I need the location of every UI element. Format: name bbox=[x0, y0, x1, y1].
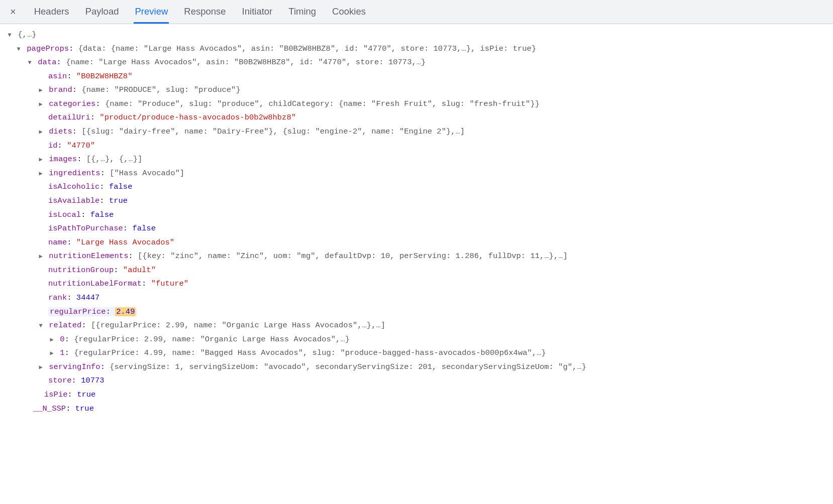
tree-row[interactable]: pageProps: {data: {name: "Large Hass Avo… bbox=[6, 42, 827, 56]
json-key: diets bbox=[49, 127, 72, 136]
json-value-highlighted: 2.49 bbox=[115, 307, 136, 316]
tree-row[interactable]: regularPrice: 2.49 bbox=[6, 305, 827, 319]
tree-row[interactable]: isLocal: false bbox=[6, 208, 827, 222]
tree-row[interactable]: rank: 34447 bbox=[6, 291, 827, 305]
json-key: related bbox=[49, 321, 81, 330]
disclosure-triangle-icon[interactable] bbox=[37, 99, 44, 110]
tab-payload[interactable]: Payload bbox=[84, 3, 120, 24]
json-key: store bbox=[48, 376, 72, 385]
tree-row[interactable]: 1: {regularPrice: 4.99, name: "Bagged Ha… bbox=[6, 346, 827, 360]
json-value: 34447 bbox=[76, 293, 100, 302]
tree-row[interactable]: isPathToPurchase: false bbox=[6, 222, 827, 236]
tab-cookies[interactable]: Cookies bbox=[331, 3, 367, 24]
close-icon[interactable]: × bbox=[7, 4, 19, 23]
tree-row[interactable]: name: "Large Hass Avocados" bbox=[6, 236, 827, 250]
json-preview: {name: "Large Hass Avocados", asin: "B0B… bbox=[66, 58, 426, 67]
tree-row[interactable]: __N_SSP: true bbox=[6, 402, 827, 416]
tree-row[interactable]: images: [{,…}, {,…}] bbox=[6, 153, 827, 167]
tree-row[interactable]: store: 10773 bbox=[6, 374, 827, 388]
json-value: true bbox=[77, 390, 95, 399]
disclosure-triangle-icon[interactable] bbox=[37, 127, 44, 138]
json-preview: {name: "Produce", slug: "produce", child… bbox=[105, 99, 540, 108]
json-key: nutritionElements bbox=[49, 251, 128, 261]
disclosure-triangle-icon[interactable] bbox=[37, 169, 44, 179]
json-key: isPathToPurchase bbox=[48, 224, 123, 233]
json-key: brand bbox=[49, 85, 72, 94]
json-preview: {name: "PRODUCE", slug: "produce"} bbox=[81, 85, 240, 94]
json-key: images bbox=[49, 155, 77, 164]
tab-initiator[interactable]: Initiator bbox=[241, 3, 274, 24]
tree-row[interactable]: data: {name: "Large Hass Avocados", asin… bbox=[6, 56, 827, 70]
disclosure-triangle-icon[interactable] bbox=[37, 85, 44, 96]
json-key: pageProps bbox=[27, 44, 69, 53]
json-value: false bbox=[109, 182, 133, 191]
json-value: true bbox=[109, 196, 128, 205]
tree-row[interactable]: {,…} bbox=[6, 28, 827, 42]
json-value: "future" bbox=[151, 279, 188, 288]
json-value: false bbox=[90, 210, 114, 219]
tree-row[interactable]: related: [{regularPrice: 2.99, name: "Or… bbox=[6, 319, 827, 333]
disclosure-triangle-icon[interactable] bbox=[48, 335, 55, 345]
json-key: name bbox=[48, 238, 67, 247]
disclosure-triangle-icon[interactable] bbox=[37, 155, 44, 165]
tree-row[interactable]: servingInfo: {servingSize: 1, servingSiz… bbox=[6, 360, 827, 374]
json-value: "product/produce-hass-avocados-b0b2w8hbz… bbox=[99, 113, 296, 122]
json-tree: {,…} pageProps: {data: {name: "Large Has… bbox=[0, 24, 833, 426]
tree-row[interactable]: categories: {name: "Produce", slug: "pro… bbox=[6, 97, 827, 111]
tab-timing[interactable]: Timing bbox=[287, 3, 317, 24]
json-key: categories bbox=[49, 99, 95, 108]
json-preview: [{key: "zinc", name: "Zinc", uom: "mg", … bbox=[138, 251, 568, 261]
disclosure-triangle-icon[interactable] bbox=[37, 321, 44, 331]
json-key: isLocal bbox=[48, 210, 81, 219]
json-value: "4770" bbox=[67, 141, 95, 150]
json-key: 1 bbox=[60, 348, 64, 357]
json-value: false bbox=[132, 224, 156, 233]
json-key: nutritionGroup bbox=[48, 266, 114, 275]
json-key: nutritionLabelFormat bbox=[48, 279, 142, 288]
tree-row[interactable]: nutritionGroup: "adult" bbox=[6, 264, 827, 278]
json-preview: ["Hass Avocado"] bbox=[110, 169, 184, 178]
json-key: asin bbox=[48, 72, 67, 81]
tree-row[interactable]: brand: {name: "PRODUCE", slug: "produce"… bbox=[6, 83, 827, 97]
json-key: id bbox=[48, 141, 58, 150]
disclosure-triangle-icon[interactable] bbox=[15, 44, 22, 55]
json-preview: [{slug: "dairy-free", name: "Dairy-Free"… bbox=[81, 127, 465, 136]
json-value: "Large Hass Avocados" bbox=[76, 238, 174, 247]
tree-row[interactable]: nutritionElements: [{key: "zinc", name: … bbox=[6, 249, 827, 264]
json-key: regularPrice bbox=[50, 307, 106, 316]
tab-headers[interactable]: Headers bbox=[33, 3, 70, 24]
json-preview: [{regularPrice: 2.99, name: "Organic Lar… bbox=[91, 321, 385, 330]
tree-row[interactable]: id: "4770" bbox=[6, 139, 827, 153]
disclosure-triangle-icon[interactable] bbox=[48, 348, 55, 359]
tree-row[interactable]: isAvailable: true bbox=[6, 194, 827, 208]
json-preview: {data: {name: "Large Hass Avocados", asi… bbox=[78, 44, 537, 53]
json-key: isAlcoholic bbox=[48, 182, 99, 191]
tab-response[interactable]: Response bbox=[183, 3, 227, 24]
json-value: true bbox=[75, 404, 94, 413]
json-preview: {servingSize: 1, servingSizeUom: "avocad… bbox=[110, 362, 586, 371]
json-key: detailUri bbox=[48, 113, 90, 122]
tree-row[interactable]: detailUri: "product/produce-hass-avocado… bbox=[6, 111, 827, 125]
json-key: ingredients bbox=[49, 169, 100, 178]
json-key: isPie bbox=[44, 390, 68, 399]
disclosure-triangle-icon[interactable] bbox=[37, 251, 44, 262]
tab-preview[interactable]: Preview bbox=[134, 3, 169, 24]
disclosure-triangle-icon[interactable] bbox=[6, 30, 13, 41]
json-key: rank bbox=[48, 293, 67, 302]
tree-row[interactable]: 0: {regularPrice: 2.99, name: "Organic L… bbox=[6, 333, 827, 347]
json-key: data bbox=[38, 58, 56, 67]
tree-row[interactable]: isAlcoholic: false bbox=[6, 180, 827, 194]
tree-row[interactable]: asin: "B0B2W8HBZ8" bbox=[6, 70, 827, 84]
tree-row[interactable]: ingredients: ["Hass Avocado"] bbox=[6, 167, 827, 181]
tree-row[interactable]: nutritionLabelFormat: "future" bbox=[6, 277, 827, 291]
json-key: servingInfo bbox=[49, 362, 100, 371]
root-summary: {,…} bbox=[18, 30, 36, 39]
json-value: "B0B2W8HBZ8" bbox=[76, 72, 133, 81]
json-key: 0 bbox=[60, 335, 64, 344]
json-value: 10773 bbox=[81, 376, 105, 385]
disclosure-triangle-icon[interactable] bbox=[37, 362, 44, 373]
disclosure-triangle-icon[interactable] bbox=[26, 58, 33, 68]
tree-row[interactable]: isPie: true bbox=[6, 388, 827, 402]
json-preview: {regularPrice: 4.99, name: "Bagged Hass … bbox=[74, 348, 546, 357]
tree-row[interactable]: diets: [{slug: "dairy-free", name: "Dair… bbox=[6, 125, 827, 139]
